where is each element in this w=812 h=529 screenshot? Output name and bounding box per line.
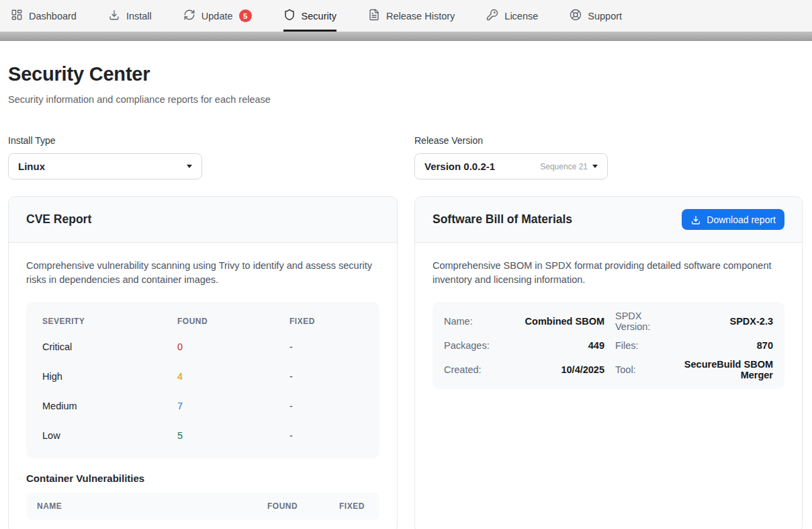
nav-scroll-shadow <box>0 32 812 41</box>
page-subtitle: Security information and compliance repo… <box>8 94 803 105</box>
nav-item-security[interactable]: Security <box>283 0 336 32</box>
nav-label: Security <box>302 11 336 22</box>
release-version-value: Version 0.0.2-1 <box>424 161 540 172</box>
lifebuoy-icon <box>570 9 582 23</box>
main-content: Security Center Security information and… <box>0 63 812 529</box>
install-type-select[interactable]: Linux <box>8 153 202 179</box>
name-col-header: NAME <box>37 501 247 511</box>
found-col-header: FOUND <box>177 317 289 326</box>
nav-label: License <box>504 11 538 22</box>
cve-card-header: CVE Report <box>9 197 397 243</box>
found-value: 7 <box>177 401 289 411</box>
severity-label: Critical <box>42 341 177 352</box>
nav-item-release-history[interactable]: Release History <box>368 0 455 32</box>
severity-table-header: SEVERITY FOUND FIXED <box>26 311 379 332</box>
found-value: 0 <box>177 341 289 352</box>
fixed-value: - <box>289 401 363 411</box>
filters-row: Install Type Linux Release Version Versi… <box>8 135 803 179</box>
found-value: 4 <box>177 371 289 382</box>
table-row: Critical 0 - <box>26 332 379 362</box>
severity-label: Medium <box>42 401 177 411</box>
fixed-col-header: FIXED <box>339 501 371 511</box>
release-version-filter: Release Version Version 0.0.2-1 Sequence… <box>414 135 803 179</box>
install-type-label: Install Type <box>8 135 398 146</box>
nav-item-update[interactable]: Update 5 <box>183 0 252 32</box>
release-version-select[interactable]: Version 0.0.2-1 Sequence 21 <box>414 153 608 179</box>
fixed-value: - <box>289 341 363 352</box>
table-row: Low 5 - <box>26 421 379 450</box>
refresh-icon <box>183 9 195 23</box>
download-icon <box>108 9 120 23</box>
severity-label: High <box>42 371 177 382</box>
nav-item-support[interactable]: Support <box>570 0 622 32</box>
sbom-field-value: SecureBuild SBOM Merger <box>678 358 773 382</box>
sbom-field-value: 449 <box>503 333 604 358</box>
key-icon <box>486 9 498 23</box>
sbom-field-value: SPDX-2.3 <box>678 309 773 333</box>
sbom-card: Software Bill of Materials Download repo… <box>414 196 803 529</box>
cards-row: CVE Report Comprehensive vulnerability s… <box>8 196 803 529</box>
nav-item-dashboard[interactable]: Dashboard <box>11 0 77 32</box>
sbom-field-label: Packages: <box>444 333 503 358</box>
container-vulnerabilities-header: NAME FOUND FIXED <box>26 493 379 520</box>
sbom-info-grid: Name: Combined SBOM SPDX Version: SPDX-2… <box>433 302 784 389</box>
severity-col-header: SEVERITY <box>42 317 177 326</box>
found-col-header: FOUND <box>267 501 319 511</box>
cve-description: Comprehensive vulnerability scanning usi… <box>26 259 379 287</box>
nav-label: Install <box>126 11 152 22</box>
found-value: 5 <box>177 430 289 441</box>
nav-label: Release History <box>386 11 455 22</box>
release-sequence-label: Sequence 21 <box>540 162 588 171</box>
sbom-field-label: Name: <box>444 309 503 333</box>
cve-card-body: Comprehensive vulnerability scanning usi… <box>9 243 397 529</box>
chevron-down-icon <box>592 165 598 168</box>
sbom-description: Comprehensive SBOM in SPDX format provid… <box>433 259 784 287</box>
fixed-value: - <box>289 430 363 441</box>
nav-item-install[interactable]: Install <box>108 0 152 32</box>
install-type-value: Linux <box>18 161 182 172</box>
sbom-field-value: 10/4/2025 <box>503 358 604 382</box>
shield-icon <box>283 9 296 23</box>
sbom-field-value: Combined SBOM <box>503 309 604 333</box>
container-vulnerabilities-title: Container Vulnerabilities <box>26 473 379 484</box>
table-row: High 4 - <box>26 362 379 391</box>
sbom-field-label: Tool: <box>604 358 678 382</box>
sbom-card-body: Comprehensive SBOM in SPDX format provid… <box>415 243 802 405</box>
page-title: Security Center <box>8 63 803 85</box>
install-type-filter: Install Type Linux <box>8 135 398 179</box>
download-report-label: Download report <box>707 214 776 225</box>
table-row: Medium 7 - <box>26 391 379 421</box>
download-report-button[interactable]: Download report <box>682 209 784 230</box>
severity-label: Low <box>42 430 177 441</box>
nav-label: Dashboard <box>29 11 77 22</box>
nav-label: Update <box>201 11 233 22</box>
nav-item-license[interactable]: License <box>486 0 538 32</box>
sbom-card-header: Software Bill of Materials Download repo… <box>415 197 802 243</box>
cve-report-card: CVE Report Comprehensive vulnerability s… <box>8 196 398 529</box>
chevron-down-icon <box>187 165 192 168</box>
severity-table: SEVERITY FOUND FIXED Critical 0 - High 4… <box>26 302 379 458</box>
fixed-value: - <box>289 371 363 382</box>
update-count-badge: 5 <box>239 9 252 22</box>
sbom-field-value: 870 <box>678 333 773 358</box>
nav-label: Support <box>588 11 622 22</box>
download-icon <box>690 214 701 225</box>
file-text-icon <box>368 9 380 23</box>
sbom-field-label: Files: <box>604 333 678 358</box>
top-navigation: Dashboard Install Update 5 Security Rele… <box>0 0 812 32</box>
sbom-field-label: SPDX Version: <box>604 309 678 333</box>
release-version-label: Release Version <box>414 135 803 146</box>
sbom-field-label: Created: <box>444 358 503 382</box>
grid-icon <box>11 9 23 23</box>
cve-card-title: CVE Report <box>26 212 91 227</box>
sbom-card-title: Software Bill of Materials <box>433 212 572 227</box>
fixed-col-header: FIXED <box>289 317 363 326</box>
